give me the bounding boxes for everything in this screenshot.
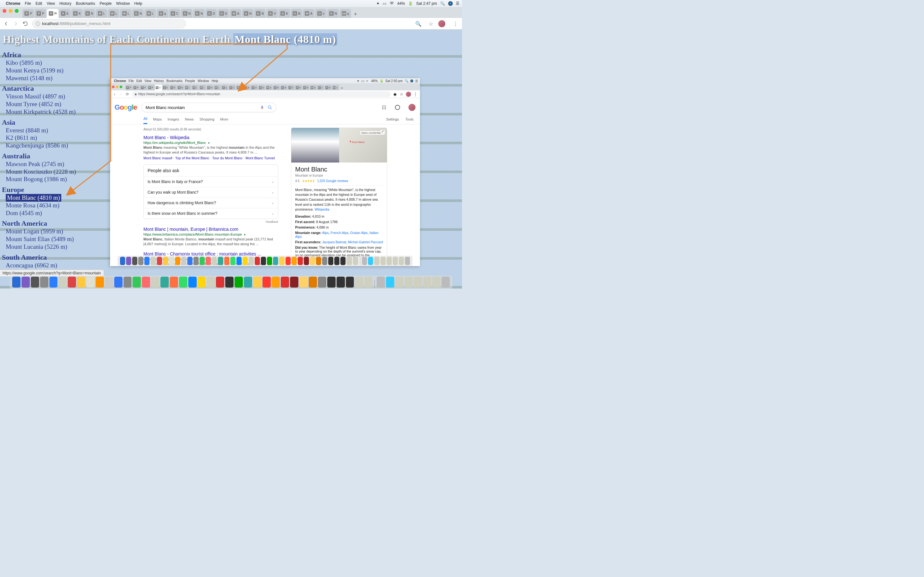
back-button[interactable]	[3, 21, 9, 27]
minimize-window-button[interactable]	[9, 9, 13, 13]
dock-app-icon[interactable]	[179, 277, 187, 287]
browser-tab[interactable]: WL	[95, 9, 107, 18]
siri-icon[interactable]	[448, 1, 453, 6]
dock-app-icon[interactable]	[58, 277, 67, 287]
dock-app-icon[interactable]	[124, 277, 132, 287]
browser-tab[interactable]: PP×	[47, 9, 58, 18]
reload-button[interactable]	[23, 21, 28, 27]
browser-tab[interactable]: GN	[254, 9, 266, 18]
dock-app-icon[interactable]	[432, 277, 441, 287]
browser-tab[interactable]: WL	[120, 9, 132, 18]
dock-app-icon[interactable]	[405, 277, 413, 287]
dock-app-icon[interactable]	[86, 277, 95, 287]
browser-tab[interactable]: cwq	[339, 9, 351, 18]
dock-app-icon[interactable]	[105, 277, 113, 287]
wifi-icon[interactable]	[389, 1, 394, 6]
dock-app-icon[interactable]	[327, 277, 336, 287]
menubar-app[interactable]: Chrome	[6, 1, 20, 6]
dock-app-icon[interactable]	[309, 277, 317, 287]
dock-app-icon[interactable]	[395, 277, 404, 287]
dock-app-icon[interactable]	[364, 277, 373, 287]
menubar-item[interactable]: Help	[134, 1, 142, 6]
dock-app-icon[interactable]	[244, 277, 252, 287]
browser-tab[interactable]: PP	[23, 9, 34, 18]
browser-tab[interactable]: ✦E	[59, 9, 71, 18]
dock-app-icon[interactable]	[336, 277, 345, 287]
menubar-item[interactable]: History	[59, 1, 71, 6]
browser-tab[interactable]: GK	[71, 9, 83, 18]
dock-app-icon[interactable]	[21, 277, 30, 287]
dock-app-icon[interactable]	[77, 277, 86, 287]
menubar-item[interactable]: People	[100, 1, 111, 6]
browser-tab[interactable]: GN	[193, 9, 205, 18]
menubar-item[interactable]: Window	[116, 1, 130, 6]
browser-tab[interactable]: GN	[291, 9, 302, 18]
dock-app-icon[interactable]	[262, 277, 271, 287]
browser-tab[interactable]: GD	[205, 9, 217, 18]
browser-tab[interactable]: GN	[242, 9, 254, 18]
dock-app-icon[interactable]	[132, 277, 141, 287]
dock-app-icon[interactable]	[40, 277, 48, 287]
close-window-button[interactable]	[3, 9, 6, 13]
dock-app-icon[interactable]	[170, 277, 178, 287]
dock-app-icon[interactable]	[355, 277, 363, 287]
profile-avatar[interactable]	[438, 20, 445, 27]
mountain-item[interactable]: Mount Kenya (5199 m)	[6, 67, 462, 74]
browser-tab[interactable]: GN	[132, 9, 144, 18]
dock-app-icon[interactable]	[414, 277, 422, 287]
dock-app-icon[interactable]	[272, 277, 280, 287]
dock-app-icon[interactable]	[318, 277, 326, 287]
maximize-window-button[interactable]	[15, 9, 19, 13]
airplay-icon[interactable]: ▭	[383, 1, 386, 6]
dock-app-icon[interactable]	[188, 277, 197, 287]
menubar-extra-icon[interactable]: ✦	[376, 1, 380, 6]
dock-app-icon[interactable]	[207, 277, 215, 287]
dock-app-icon[interactable]	[281, 277, 289, 287]
mountain-item[interactable]: Mont Blanc (4810 m)	[6, 194, 61, 201]
browser-tab[interactable]: GN	[181, 9, 192, 18]
spotlight-icon[interactable]: 🔍	[440, 1, 445, 6]
omnibox[interactable]: i localhost:8888/pulldown_menus.html	[32, 19, 186, 28]
dock-app-icon[interactable]	[151, 277, 160, 287]
dock[interactable]	[10, 276, 452, 288]
browser-tab[interactable]: WL	[108, 9, 120, 18]
dock-app-icon[interactable]	[346, 277, 354, 287]
dock-app-icon[interactable]	[423, 277, 431, 287]
browser-tab[interactable]: GC	[169, 9, 180, 18]
browser-tab[interactable]: PP	[35, 9, 46, 18]
site-info-icon[interactable]: i	[36, 21, 40, 26]
browser-tab[interactable]: WA	[230, 9, 241, 18]
dock-app-icon[interactable]	[253, 277, 262, 287]
dock-app-icon[interactable]	[198, 277, 206, 287]
dock-app-icon[interactable]	[441, 277, 450, 287]
forward-button[interactable]	[13, 21, 19, 27]
dock-app-icon[interactable]	[376, 277, 385, 287]
dock-app-icon[interactable]	[12, 277, 21, 287]
dock-app-icon[interactable]	[160, 277, 169, 287]
menubar-item[interactable]: Bookmarks	[76, 1, 95, 6]
dock-app-icon[interactable]	[95, 277, 104, 287]
dock-app-icon[interactable]	[49, 277, 58, 287]
close-tab-icon[interactable]: ×	[55, 12, 57, 15]
browser-tab[interactable]: GK	[278, 9, 290, 18]
zoom-icon[interactable]: 🔍	[415, 21, 421, 27]
browser-tab[interactable]: GN	[83, 9, 95, 18]
dock-app-icon[interactable]	[234, 277, 243, 287]
browser-tab[interactable]: GV	[266, 9, 278, 18]
chrome-menu-icon[interactable]: ⋮	[453, 21, 459, 27]
menubar-item[interactable]: File	[25, 1, 31, 6]
dock-app-icon[interactable]	[114, 277, 123, 287]
dock-app-icon[interactable]	[299, 277, 308, 287]
dock-app-icon[interactable]	[225, 277, 234, 287]
dock-app-icon[interactable]	[290, 277, 298, 287]
browser-tab[interactable]: GD	[218, 9, 229, 18]
browser-tab[interactable]: WL	[144, 9, 156, 18]
dock-app-icon[interactable]	[216, 277, 224, 287]
browser-tab[interactable]: Ov	[315, 9, 326, 18]
dock-app-icon[interactable]	[68, 277, 76, 287]
browser-tab[interactable]: Gq	[157, 9, 168, 18]
menubar-item[interactable]: View	[47, 1, 55, 6]
notification-center-icon[interactable]: ☰	[456, 1, 459, 6]
mountain-item[interactable]: Kibo (5895 m)	[6, 59, 462, 67]
browser-tab[interactable]: WA	[303, 9, 314, 18]
